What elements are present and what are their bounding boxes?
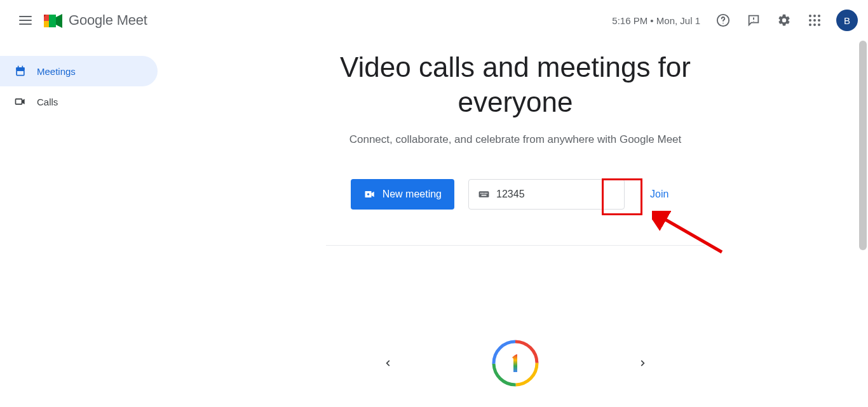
main-content: Video calls and meetings for everyone Co… <box>163 41 868 407</box>
action-row: New meeting Join <box>163 179 868 210</box>
header-right: 5:16 PM • Mon, Jul 1 <box>612 8 858 33</box>
chevron-right-icon <box>638 359 647 368</box>
sidebar: Meetings Calls <box>0 41 163 407</box>
meet-logo-icon <box>43 12 64 29</box>
sidebar-item-calls[interactable]: Calls <box>0 86 158 117</box>
svg-rect-9 <box>18 66 19 69</box>
page-layout: Meetings Calls Video calls and meetings … <box>0 41 868 407</box>
calendar-icon <box>14 65 27 77</box>
gear-icon <box>777 13 791 27</box>
svg-rect-19 <box>484 193 485 194</box>
svg-point-4 <box>722 23 723 23</box>
feedback-icon <box>747 13 761 27</box>
svg-rect-20 <box>485 193 486 194</box>
google-one-promo-icon <box>492 340 539 387</box>
main-menu-button[interactable] <box>10 5 41 36</box>
app-logo[interactable]: Google Meet <box>43 12 147 29</box>
section-divider <box>326 245 705 246</box>
keyboard-icon <box>478 187 490 201</box>
svg-point-6 <box>753 21 754 22</box>
svg-line-28 <box>663 218 722 252</box>
hamburger-icon <box>19 16 32 25</box>
svg-rect-10 <box>22 66 24 69</box>
help-icon <box>716 13 730 27</box>
svg-rect-11 <box>17 71 24 75</box>
svg-rect-12 <box>16 99 22 104</box>
chevron-left-icon <box>384 359 393 368</box>
page-subtitle: Connect, collaborate, and celebrate from… <box>163 133 868 146</box>
video-add-icon <box>363 188 376 201</box>
carousel-next-button[interactable] <box>630 350 655 376</box>
annotation-arrow <box>652 211 728 262</box>
meeting-code-input-wrap[interactable] <box>468 179 625 210</box>
avatar-initial: B <box>844 15 850 26</box>
svg-rect-15 <box>367 193 369 195</box>
promo-carousel <box>163 340 868 387</box>
join-button[interactable]: Join <box>639 179 680 210</box>
sidebar-item-label: Calls <box>37 97 58 107</box>
svg-rect-17 <box>480 193 482 194</box>
sidebar-item-label: Meetings <box>37 66 76 77</box>
sidebar-item-meetings[interactable]: Meetings <box>0 56 158 86</box>
video-icon <box>14 95 27 108</box>
apps-grid-icon <box>809 15 820 26</box>
header-datetime: 5:16 PM • Mon, Jul 1 <box>612 15 700 26</box>
svg-rect-18 <box>482 193 483 194</box>
feedback-button[interactable] <box>741 8 766 33</box>
help-button[interactable] <box>710 8 736 33</box>
carousel-prev-button[interactable] <box>376 350 401 376</box>
settings-button[interactable] <box>771 8 797 33</box>
account-avatar[interactable]: B <box>836 10 858 31</box>
svg-rect-8 <box>16 67 24 70</box>
svg-rect-22 <box>482 195 487 196</box>
svg-rect-1 <box>44 21 49 27</box>
svg-rect-16 <box>479 191 489 197</box>
page-title: Video calls and meetings for everyone <box>293 50 738 119</box>
top-header: Google Meet 5:16 PM • Mon, Jul 1 <box>0 0 868 41</box>
join-label: Join <box>650 189 668 200</box>
meeting-code-input[interactable] <box>496 189 615 200</box>
svg-rect-2 <box>49 15 56 27</box>
vertical-scrollbar[interactable] <box>859 41 867 250</box>
svg-rect-21 <box>486 193 487 194</box>
new-meeting-button[interactable]: New meeting <box>351 179 454 210</box>
brand-text: Google Meet <box>69 12 147 29</box>
new-meeting-label: New meeting <box>383 189 442 200</box>
google-apps-button[interactable] <box>802 8 827 33</box>
